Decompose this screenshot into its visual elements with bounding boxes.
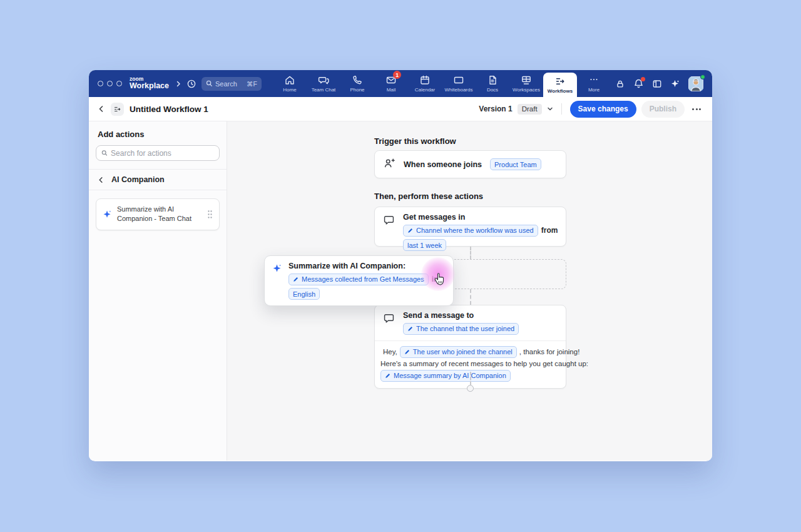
- publish-button[interactable]: Publish: [641, 101, 685, 118]
- actions-search-input[interactable]: [111, 149, 214, 158]
- chat-bubble-icon: [383, 312, 395, 335]
- docs-icon: [487, 74, 498, 86]
- card-title: Summarize with AI Companion:: [288, 262, 438, 270]
- panels-icon[interactable]: [652, 79, 662, 89]
- action-card-summarize[interactable]: Summarize with AI Companion - Team Chat: [96, 198, 220, 230]
- target-channel-pill[interactable]: The channel that the user joined: [403, 323, 519, 335]
- window-zoom-button[interactable]: [116, 81, 122, 86]
- actions-search[interactable]: [96, 145, 220, 161]
- sparkle-icon: [272, 263, 282, 274]
- topbar: zoom Workplace ⌘F Home: [89, 70, 712, 97]
- more-icon: [588, 74, 599, 86]
- version-dropdown[interactable]: [547, 103, 553, 115]
- trigger-card[interactable]: When someone joins Product Team: [374, 150, 566, 178]
- online-status-dot: [700, 74, 705, 79]
- workflows-icon: [554, 76, 566, 87]
- traffic-lights: [98, 81, 122, 86]
- workflow-end-node[interactable]: [467, 385, 474, 392]
- nav-home[interactable]: Home: [273, 70, 307, 97]
- workflow-title[interactable]: Untitled Workflow 1: [130, 105, 208, 114]
- back-button[interactable]: [98, 105, 105, 113]
- more-options-button[interactable]: [690, 106, 703, 113]
- person-add-icon: [383, 157, 395, 172]
- pencil-icon: [404, 349, 411, 355]
- pencil-icon: [293, 276, 299, 282]
- avatar[interactable]: [688, 76, 703, 91]
- sidebar-section-ai-companion[interactable]: AI Companion: [89, 170, 227, 190]
- main-nav: Home Team Chat Phone 1 Mail Calend: [273, 70, 611, 97]
- global-search[interactable]: ⌘F: [202, 77, 262, 91]
- section-label: AI Companion: [111, 175, 165, 184]
- connector-line: [470, 289, 471, 305]
- pencil-icon: [407, 325, 414, 332]
- calendar-icon: [419, 74, 431, 86]
- connector-line: [470, 372, 471, 385]
- chat-bubble-icon: [383, 214, 395, 240]
- language-pill[interactable]: English: [288, 288, 320, 300]
- pencil-icon: [407, 227, 414, 233]
- search-icon: [101, 150, 108, 156]
- trigger-channel-pill[interactable]: Product Team: [490, 158, 541, 170]
- ai-companion-icon[interactable]: [670, 79, 680, 89]
- card-title: Send a message to: [403, 311, 519, 320]
- search-shortcut: ⌘F: [247, 80, 257, 88]
- window-minimize-button[interactable]: [107, 81, 113, 86]
- time-range-pill[interactable]: last 1 week: [403, 239, 446, 251]
- workflow-icon: [111, 103, 124, 116]
- zoom-workplace-logo: zoom Workplace: [130, 76, 169, 90]
- chevron-left-icon: [98, 176, 105, 183]
- trigger-heading: Trigger this workflow: [374, 136, 456, 146]
- user-variable-pill[interactable]: The user who joined the channel: [400, 346, 517, 358]
- lock-icon[interactable]: [615, 79, 625, 89]
- team-chat-icon: [318, 74, 329, 86]
- whiteboards-icon: [453, 74, 464, 86]
- search-input[interactable]: [215, 80, 242, 88]
- notification-dot: [641, 77, 645, 81]
- sidebar-heading: Add actions: [89, 130, 227, 139]
- nav-team-chat[interactable]: Team Chat: [307, 70, 340, 97]
- nav-whiteboards[interactable]: Whiteboards: [442, 70, 476, 97]
- nav-phone[interactable]: Phone: [340, 70, 374, 97]
- nav-mail[interactable]: 1 Mail: [374, 70, 408, 97]
- nav-workspaces[interactable]: Workspaces: [509, 70, 543, 97]
- connector-line: [470, 247, 471, 259]
- nav-workflows[interactable]: Workflows: [543, 73, 577, 97]
- chevron-right-icon[interactable]: [175, 81, 181, 87]
- workflow-canvas[interactable]: Trigger this workflow When someone joins…: [227, 121, 712, 461]
- save-changes-button[interactable]: Save changes: [570, 101, 636, 118]
- window-close-button[interactable]: [98, 81, 103, 86]
- history-icon[interactable]: [186, 79, 196, 89]
- search-icon: [206, 80, 213, 87]
- workspaces-icon: [521, 74, 532, 86]
- nav-calendar[interactable]: Calendar: [408, 70, 442, 97]
- nav-docs[interactable]: Docs: [476, 70, 509, 97]
- summary-variable-pill[interactable]: Message summary by AI Companion: [380, 370, 511, 382]
- divider: [561, 103, 562, 115]
- mail-badge: 1: [393, 71, 401, 79]
- actions-heading: Then, perform these actions: [374, 192, 483, 201]
- divider: [89, 190, 227, 190]
- get-messages-card[interactable]: Get messages in Channel where the workfl…: [374, 207, 566, 247]
- zoom-workplace-window: zoom Workplace ⌘F Home: [89, 70, 712, 461]
- phone-icon: [352, 74, 363, 86]
- desktop: zoom Workplace ⌘F Home: [0, 0, 801, 532]
- workflow-header: Untitled Workflow 1 Version 1 Draft Save…: [89, 97, 712, 121]
- action-card-label: Summarize with AI Companion - Team Chat: [117, 205, 202, 224]
- version-label: Version 1: [479, 105, 512, 113]
- status-badge: Draft: [518, 104, 542, 115]
- actions-sidebar: Add actions AI Companion Summarize with …: [89, 121, 227, 461]
- card-title: Get messages in: [403, 213, 558, 222]
- channel-variable-pill[interactable]: Channel where the workflow was used: [403, 225, 538, 237]
- sparkle-icon: [103, 210, 112, 219]
- home-icon: [284, 74, 295, 86]
- drag-handle-icon[interactable]: [207, 210, 213, 219]
- pencil-icon: [385, 372, 391, 379]
- notifications-bell[interactable]: [633, 78, 644, 89]
- messages-variable-pill[interactable]: Messages collected from Get Messages: [288, 274, 429, 285]
- dragged-summarize-card[interactable]: Summarize with AI Companion: Messages co…: [264, 255, 454, 306]
- nav-more[interactable]: More: [577, 70, 611, 97]
